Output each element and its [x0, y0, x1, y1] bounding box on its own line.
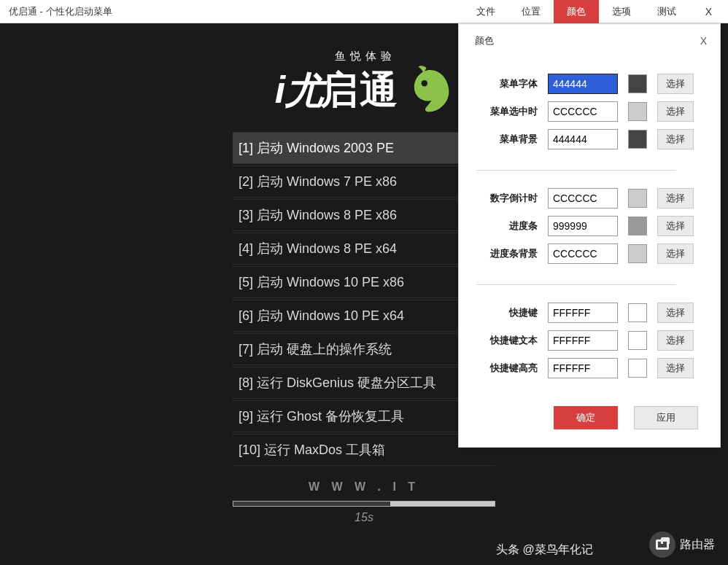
color-row: 快捷键文本选择 [459, 330, 694, 351]
panel-body: 菜单字体选择菜单选中时选择菜单背景选择数字倒计时选择进度条选择进度条背景选择快捷… [459, 50, 720, 399]
menu-item-0[interactable]: 文件 [463, 0, 508, 23]
boot-item[interactable]: [2] 启动 Windows 7 PE x86 [233, 165, 495, 198]
choose-color-button[interactable]: 选择 [657, 129, 694, 149]
color-hex-input[interactable] [548, 358, 618, 378]
color-row-label: 进度条背景 [473, 247, 538, 260]
boot-item[interactable]: [4] 启动 Windows 8 PE x64 [233, 233, 495, 265]
boot-item[interactable]: [8] 运行 DiskGenius 硬盘分区工具 [233, 367, 495, 399]
menu-item-2[interactable]: 颜色 [554, 0, 599, 23]
color-row-label: 快捷键文本 [473, 334, 538, 347]
color-row: 快捷键高亮选择 [459, 358, 694, 378]
color-hex-input[interactable] [548, 101, 618, 122]
boot-item[interactable]: [1] 启动 Windows 2003 PE [233, 132, 495, 164]
choose-color-button[interactable]: 选择 [657, 74, 694, 94]
watermark-left: 头条 @菜鸟年化记 [496, 542, 593, 558]
boot-item[interactable]: [3] 启动 Windows 8 PE x86 [233, 199, 495, 231]
panel-title: 颜色 [475, 34, 494, 47]
apply-button[interactable]: 应用 [634, 406, 698, 429]
choose-color-button[interactable]: 选择 [657, 101, 694, 122]
choose-color-button[interactable]: 选择 [657, 243, 694, 264]
color-hex-input[interactable] [548, 74, 618, 94]
svg-point-0 [422, 80, 427, 86]
menu-item-1[interactable]: 位置 [508, 0, 554, 23]
color-row-label: 快捷键高亮 [473, 362, 538, 375]
menu-item-4[interactable]: 测试 [644, 0, 689, 23]
color-row: 快捷键选择 [459, 303, 694, 323]
router-icon [649, 531, 675, 558]
color-row: 菜单背景选择 [459, 129, 694, 149]
panel-close-button[interactable]: X [700, 35, 707, 47]
color-swatch[interactable] [628, 303, 647, 322]
color-row: 数字倒计时选择 [459, 188, 694, 209]
menu-item-3[interactable]: 选项 [599, 0, 644, 23]
color-hex-input[interactable] [548, 330, 618, 351]
color-swatch[interactable] [628, 244, 647, 263]
watermark-right-text: 路由器 [680, 537, 715, 553]
color-hex-input[interactable] [548, 129, 618, 149]
boot-item[interactable]: [6] 启动 Windows 10 PE x64 [233, 300, 495, 332]
color-row: 菜单选中时选择 [459, 101, 694, 122]
color-row: 进度条背景选择 [459, 243, 694, 264]
color-swatch[interactable] [628, 102, 647, 121]
footer-url: W W W . I T [309, 480, 419, 494]
window-close-button[interactable]: X [689, 0, 728, 23]
color-hex-input[interactable] [548, 243, 618, 264]
choose-color-button[interactable]: 选择 [657, 216, 694, 236]
choose-color-button[interactable]: 选择 [657, 188, 694, 209]
logo-prefix: i尤 [275, 65, 323, 116]
color-swatch[interactable] [628, 189, 647, 208]
color-hex-input[interactable] [548, 303, 618, 323]
boot-item[interactable]: [10] 运行 MaxDos 工具箱 [233, 434, 495, 466]
boot-item[interactable]: [7] 启动 硬盘上的操作系统 [233, 333, 495, 365]
logo-main-text: 启通 [320, 65, 399, 116]
choose-color-button[interactable]: 选择 [657, 358, 694, 378]
watermark-right: 路由器 [649, 531, 715, 558]
color-hex-input[interactable] [548, 216, 618, 236]
color-row-label: 菜单选中时 [473, 105, 538, 118]
color-swatch[interactable] [628, 74, 647, 93]
fish-icon [402, 65, 453, 116]
choose-color-button[interactable]: 选择 [657, 330, 694, 351]
logo-subtitle: 鱼悦体验 [275, 50, 399, 63]
panel-header: 颜色 X [459, 24, 720, 50]
color-panel: 颜色 X 菜单字体选择菜单选中时选择菜单背景选择数字倒计时选择进度条选择进度条背… [458, 23, 721, 448]
titlebar: 优启通 - 个性化启动菜单 文件位置颜色选项测试X [0, 0, 728, 23]
color-hex-input[interactable] [548, 188, 618, 209]
logo: 鱼悦体验 i尤 启通 [275, 50, 453, 116]
progress-fill [233, 502, 390, 506]
color-row: 进度条选择 [459, 216, 694, 236]
color-row-label: 数字倒计时 [473, 192, 538, 205]
color-row-label: 进度条 [473, 219, 538, 233]
boot-item[interactable]: [9] 运行 Ghost 备份恢复工具 [233, 400, 495, 432]
color-swatch[interactable] [628, 331, 647, 350]
window-title: 优启通 - 个性化启动菜单 [0, 5, 112, 18]
progress-area: 15s [233, 501, 495, 524]
boot-menu: [1] 启动 Windows 2003 PE[2] 启动 Windows 7 P… [233, 132, 495, 467]
panel-footer: 确定 应用 [459, 399, 720, 429]
color-row-label: 菜单字体 [473, 77, 538, 90]
boot-item[interactable]: [5] 启动 Windows 10 PE x86 [233, 266, 495, 298]
countdown-text: 15s [233, 511, 495, 524]
color-row-label: 菜单背景 [473, 133, 538, 146]
choose-color-button[interactable]: 选择 [657, 303, 694, 323]
color-row-label: 快捷键 [473, 306, 538, 319]
color-swatch[interactable] [628, 217, 647, 235]
color-row: 菜单字体选择 [459, 74, 694, 94]
color-swatch[interactable] [628, 359, 647, 378]
titlebar-menu: 文件位置颜色选项测试X [463, 0, 728, 23]
progress-bar [233, 501, 495, 507]
color-swatch[interactable] [628, 130, 647, 149]
ok-button[interactable]: 确定 [554, 406, 618, 429]
